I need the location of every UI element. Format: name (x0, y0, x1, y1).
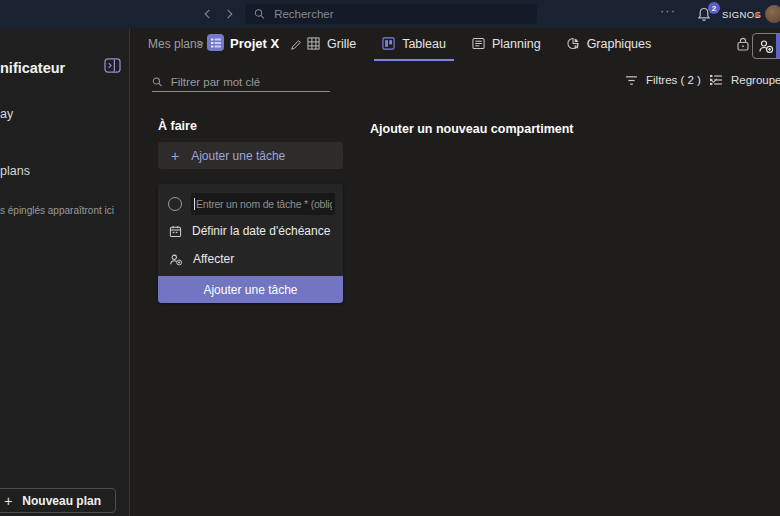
search-icon (152, 76, 163, 88)
new-plan-button[interactable]: + Nouveau plan (0, 488, 116, 513)
person-add-icon (758, 39, 774, 53)
tab-grille[interactable]: Grille (299, 28, 364, 61)
task-name-input[interactable] (196, 198, 332, 210)
back-button[interactable] (200, 7, 214, 21)
filter-input[interactable] (171, 76, 330, 88)
set-due-date-row[interactable]: Définir la date d'échéance (158, 221, 343, 241)
members-button-fragment (776, 34, 780, 58)
set-due-date-label: Définir la date d'échéance (192, 224, 330, 238)
add-task-label: Ajouter une tâche (191, 149, 285, 163)
app-window: ··· 2 SIGNOS ▲ nificateur ay plans s épi… (0, 0, 780, 516)
chevron-left-icon (203, 8, 212, 20)
filters-label: Filtres ( 2 ) (646, 74, 701, 86)
search-input[interactable] (274, 8, 528, 20)
plus-icon: + (171, 148, 179, 164)
more-options-button[interactable]: ··· (660, 3, 676, 18)
text-caret (194, 198, 195, 210)
keyword-filter[interactable] (152, 73, 330, 92)
schedule-icon (472, 37, 485, 50)
new-plan-label: Nouveau plan (22, 494, 101, 508)
global-search[interactable] (245, 4, 537, 24)
tab-label: Tableau (402, 37, 446, 51)
grid-icon (307, 37, 320, 50)
add-bucket-button[interactable]: Ajouter un nouveau compartiment (370, 122, 574, 136)
task-complete-radio[interactable] (168, 197, 182, 211)
plan-title[interactable]: Projet X (230, 36, 279, 51)
tab-graphiques[interactable]: Graphiques (559, 28, 660, 61)
add-member-button[interactable] (752, 33, 780, 59)
chevron-right-icon (225, 8, 234, 20)
tab-label: Planning (492, 37, 541, 51)
pinned-plans-hint: s épinglés apparaîtront ici (0, 205, 114, 216)
warning-icon[interactable]: ▲ (752, 8, 762, 19)
assign-label: Affecter (193, 252, 234, 266)
new-task-card: Définir la date d'échéance Affecter Ajou… (158, 184, 343, 303)
popout-icon[interactable] (104, 58, 121, 77)
sidebar-item-my-plans[interactable]: plans (0, 164, 30, 178)
filters-dropdown[interactable]: Filtres ( 2 ) (625, 74, 718, 86)
avatar[interactable] (765, 5, 780, 23)
forward-button[interactable] (222, 7, 236, 21)
tab-planning[interactable]: Planning (464, 28, 549, 61)
app-title: nificateur (0, 60, 65, 76)
tab-label: Grille (327, 37, 356, 51)
notifications-button[interactable]: 2 (696, 6, 716, 24)
assign-row[interactable]: Affecter (158, 249, 343, 269)
task-name-field[interactable] (191, 193, 335, 215)
plus-icon: + (4, 493, 12, 509)
submit-task-button[interactable]: Ajouter une tâche (158, 276, 343, 303)
group-by-icon (709, 74, 723, 86)
search-icon (254, 8, 265, 20)
planner-sidebar: nificateur ay plans s épinglés apparaîtr… (0, 28, 130, 516)
tab-tableau[interactable]: Tableau (374, 28, 454, 61)
calendar-icon (169, 225, 182, 238)
sidebar-item-my-day[interactable]: ay (0, 107, 13, 121)
lock-icon[interactable] (736, 36, 750, 56)
board-icon (382, 37, 395, 50)
person-add-icon (169, 253, 183, 266)
breadcrumb-mes-plans[interactable]: Mes plans (148, 37, 203, 51)
pie-chart-icon (567, 37, 580, 50)
view-tabs: Grille Tableau Planning (299, 28, 659, 61)
breadcrumb-separator: > (197, 37, 203, 49)
filter-icon (625, 75, 638, 86)
plan-icon (207, 34, 224, 51)
plan-header: Mes plans > Projet X Grille (131, 28, 780, 61)
group-by-dropdown[interactable]: Regrouper pa (709, 74, 780, 86)
notification-badge: 2 (708, 2, 720, 14)
group-by-label: Regrouper pa (731, 74, 780, 86)
bucket-title: À faire (158, 119, 197, 133)
top-bar: ··· 2 SIGNOS ▲ (0, 0, 780, 28)
add-task-button[interactable]: + Ajouter une tâche (158, 142, 343, 169)
main-content: Mes plans > Projet X Grille (131, 28, 780, 516)
tab-label: Graphiques (587, 37, 652, 51)
